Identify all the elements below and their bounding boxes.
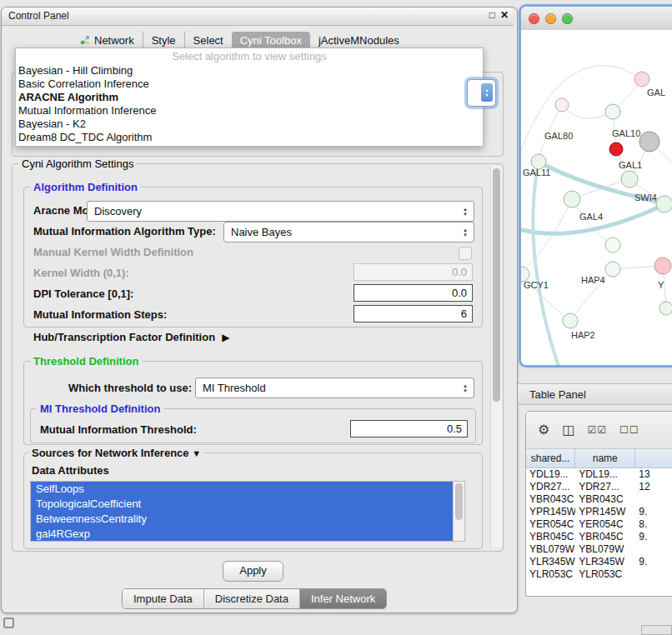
- attribute-item-selfloops[interactable]: SelfLoops: [31, 482, 458, 497]
- hub-section-toggle[interactable]: Hub/Transcription Factor Definition ▶: [33, 331, 229, 343]
- node-label-gal11: GAL11: [523, 168, 550, 178]
- algorithm-option-dream8-dc-tdc-algorithm[interactable]: Dream8 DC_TDC Algorithm: [16, 131, 483, 144]
- tab-jactivemnodules[interactable]: jActiveMNodules: [310, 32, 408, 49]
- table-cell: YBR045C: [575, 531, 635, 543]
- deselect-all-checks-icon[interactable]: ☐☐: [619, 423, 639, 437]
- which-threshold-select[interactable]: MI Threshold ▴▾: [195, 378, 474, 398]
- network-node[interactable]: [654, 258, 671, 274]
- dpi-tolerance-field[interactable]: [354, 284, 473, 302]
- table-cell: [635, 568, 672, 581]
- bottom-tab-infer-network[interactable]: Infer Network: [299, 589, 386, 608]
- algorithm-option-bayesian-k2[interactable]: Bayesian - K2: [16, 118, 483, 131]
- attribute-scrollbar-thumb[interactable]: [455, 483, 463, 520]
- zoom-button[interactable]: [562, 13, 573, 24]
- network-node[interactable]: [555, 98, 569, 112]
- manual-kernel-checkbox: [459, 247, 472, 260]
- network-titlebar[interactable]: [521, 7, 672, 31]
- show-columns-icon[interactable]: ◫: [562, 423, 574, 437]
- tab-cyni-toolbox[interactable]: Cyni Toolbox: [232, 32, 310, 49]
- algorithm-option-aracne-algorithm[interactable]: ARACNE Algorithm: [16, 91, 483, 104]
- sources-toggle[interactable]: Sources for Network Inference ▼: [28, 447, 204, 459]
- network-node[interactable]: [563, 313, 578, 328]
- control-panel-titlebar[interactable]: [2, 8, 514, 26]
- table-rows: YDL19...YDL19...13YDR27...YDR27...12YBR0…: [526, 468, 672, 581]
- network-node[interactable]: [609, 142, 623, 156]
- tab-label: Select: [193, 34, 223, 47]
- mi-type-select[interactable]: Naive Bayes ▴▾: [223, 222, 474, 242]
- select-all-checks-icon[interactable]: ☑☑: [587, 423, 607, 437]
- column-header-1[interactable]: shared...: [526, 449, 575, 468]
- tab-label: Style: [152, 34, 176, 47]
- table-row[interactable]: YBR045CYBR045C9.: [526, 531, 672, 543]
- table-cell: YBL079W: [526, 543, 575, 556]
- algorithm-combo-fragment[interactable]: ▴▾: [467, 79, 496, 107]
- attribute-scrollbar-track[interactable]: [453, 482, 464, 541]
- network-node[interactable]: [634, 72, 649, 87]
- mi-steps-field[interactable]: [354, 305, 473, 322]
- network-edge: [572, 199, 613, 245]
- settings-scrollbar-thumb[interactable]: [493, 168, 500, 402]
- table-cell: YPR145W: [575, 506, 635, 518]
- tab-network[interactable]: Network: [72, 32, 143, 49]
- network-node[interactable]: [639, 132, 659, 152]
- table-cell: 12: [635, 481, 672, 493]
- scrollbar-corner[interactable]: [641, 625, 672, 635]
- table-row[interactable]: YBR043CYBR043C: [526, 493, 672, 506]
- algorithm-option-mutual-information-inference[interactable]: Mutual Information Inference: [16, 104, 483, 118]
- collapsed-panel-icon[interactable]: [3, 618, 14, 628]
- column-header-3[interactable]: [635, 449, 672, 468]
- table-row[interactable]: YBL079WYBL079W: [526, 543, 672, 556]
- settings-scrollbar-track[interactable]: [490, 166, 502, 548]
- bottom-tab-impute-data[interactable]: Impute Data: [123, 589, 203, 608]
- combo-arrows-icon: ▴▾: [459, 228, 474, 238]
- settings-gear-icon[interactable]: ⚙: [538, 423, 549, 437]
- table-row[interactable]: YER054CYER054C8.: [526, 518, 672, 531]
- table-row[interactable]: YDL19...YDL19...13: [526, 468, 672, 481]
- table-row[interactable]: YLR053CYLR053C: [526, 568, 672, 581]
- node-label-hap4: HAP4: [581, 275, 605, 285]
- bottom-tab-discretize-data[interactable]: Discretize Data: [203, 589, 299, 608]
- network-node[interactable]: [564, 191, 580, 208]
- table-row[interactable]: YDR27...YDR27...12: [526, 481, 672, 493]
- manual-kernel-label: Manual Kernel Width Definition: [33, 246, 193, 258]
- table-row[interactable]: YPR145WYPR145W9.: [526, 506, 672, 518]
- table-cell: [635, 543, 672, 556]
- table-cell: YLR053C: [575, 568, 635, 581]
- dropdown-prompt: Select algorithm to view settings: [16, 48, 483, 64]
- network-node[interactable]: [605, 262, 620, 277]
- network-canvas[interactable]: GALGAL80GAL10GAL11GAL1SWI4GAL4GCY1HAP4YH…: [521, 30, 672, 365]
- table-row[interactable]: YLR345WYLR345W9.: [526, 556, 672, 568]
- dpi-tolerance-label: DPI Tolerance [0,1]:: [33, 288, 133, 300]
- network-node[interactable]: [605, 238, 620, 252]
- mi-threshold-field[interactable]: [350, 420, 468, 438]
- network-node[interactable]: [605, 104, 620, 119]
- table-header-row: shared...name: [526, 449, 672, 468]
- aracne-mode-select[interactable]: Discovery ▴▾: [87, 201, 474, 222]
- close-button[interactable]: [529, 13, 539, 24]
- minimize-icon[interactable]: □: [489, 9, 495, 21]
- network-node[interactable]: [659, 302, 672, 315]
- node-label-gal1: GAL1: [619, 160, 642, 170]
- triangle-right-icon: ▶: [222, 332, 229, 343]
- table-cell: YDR27...: [575, 481, 635, 493]
- tab-label: Cyni Toolbox: [240, 34, 302, 47]
- attribute-item-gal4rgexp[interactable]: gal4RGexp: [31, 527, 458, 542]
- algorithm-option-bayesian-hill-climbing[interactable]: Bayesian - Hill Climbing: [16, 64, 483, 78]
- attribute-item-topologicalcoefficient[interactable]: TopologicalCoefficient: [31, 497, 458, 512]
- apply-button[interactable]: Apply: [223, 561, 283, 582]
- minimize-button[interactable]: [545, 13, 556, 24]
- network-svg: GALGAL80GAL10GAL11GAL1SWI4GAL4GCY1HAP4YH…: [521, 30, 672, 365]
- table-cell: YLR345W: [526, 556, 575, 568]
- close-icon[interactable]: ✕: [500, 9, 509, 21]
- network-window: GALGAL80GAL10GAL11GAL1SWI4GAL4GCY1HAP4YH…: [521, 7, 672, 365]
- column-header-2[interactable]: name: [575, 449, 635, 468]
- tab-style[interactable]: Style: [143, 32, 184, 49]
- attribute-item-betweennesscentrality[interactable]: BetweennessCentrality: [31, 512, 458, 527]
- combo-arrows-icon: ▴▾: [459, 207, 474, 217]
- table-cell: 9.: [635, 531, 672, 543]
- algorithm-option-basic-correlation-inference[interactable]: Basic Correlation Inference: [16, 78, 483, 91]
- network-node[interactable]: [621, 171, 638, 188]
- network-node[interactable]: [656, 196, 672, 212]
- table-cell: 9.: [635, 556, 672, 568]
- tab-select[interactable]: Select: [184, 32, 232, 49]
